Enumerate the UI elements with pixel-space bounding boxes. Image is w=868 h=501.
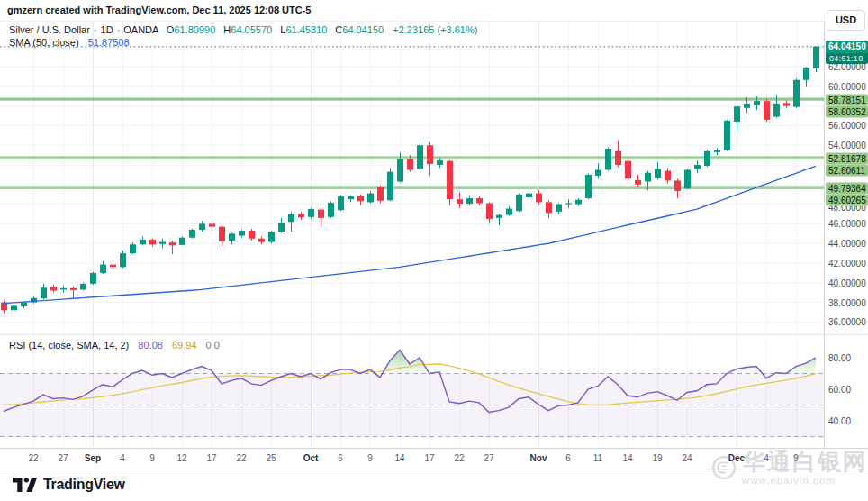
candle-body xyxy=(70,288,77,290)
candle-body xyxy=(486,204,493,219)
candle-body xyxy=(565,204,572,205)
time-axis-label: Dec xyxy=(728,453,745,463)
price-level-badge: 49.79364 xyxy=(826,183,868,195)
symbol-legend[interactable]: Silver / U.S. Dollar·1D·OANDA O61.80990 … xyxy=(9,24,477,35)
price-level-badge: 49.60265 xyxy=(826,195,868,206)
time-axis-label: 4 xyxy=(120,453,125,463)
close-value: 64.04150 xyxy=(342,24,384,35)
price-axis[interactable]: 64.04150 04:51:10 62.0000060.0000056.000… xyxy=(824,21,868,448)
candle-body xyxy=(793,80,800,107)
time-axis-label: 22 xyxy=(236,453,246,463)
candle-body xyxy=(783,103,790,105)
sma-legend[interactable]: SMA (50, close) 51.87508 xyxy=(9,37,130,48)
price-axis-label: 36.00000 xyxy=(828,317,866,327)
time-axis-label: 17 xyxy=(206,453,216,463)
candle-body xyxy=(278,223,285,232)
price-axis-label: 54.00000 xyxy=(828,141,866,150)
candle-body xyxy=(595,169,601,176)
candle-body xyxy=(427,145,433,164)
candle-body xyxy=(268,232,275,241)
candle-body xyxy=(288,214,294,223)
candle-body xyxy=(169,242,176,245)
candle-body xyxy=(298,214,304,218)
candle-body xyxy=(457,199,463,204)
candle-body xyxy=(357,196,364,201)
rsi-axis-label: 40.00 xyxy=(828,416,851,426)
candle-body xyxy=(734,106,740,122)
time-axis-label: 19 xyxy=(652,453,662,463)
price-axis-label: 60.00000 xyxy=(828,81,866,91)
candle-body xyxy=(130,244,136,253)
candle-body xyxy=(328,203,334,217)
candle-body xyxy=(803,68,809,80)
candle-body xyxy=(546,202,552,213)
candle-body xyxy=(407,159,413,169)
price-axis-label: 40.00000 xyxy=(828,278,866,287)
candle-body xyxy=(684,169,691,188)
time-axis-label: 14 xyxy=(622,453,632,463)
rsi-value: 80.08 xyxy=(138,340,163,351)
time-axis-label: Nov xyxy=(530,453,547,463)
candle-body xyxy=(704,151,710,166)
sma-value: 51.87508 xyxy=(88,37,130,48)
candle-body xyxy=(209,223,215,226)
high-value: 64.05570 xyxy=(231,24,272,35)
candle-body xyxy=(219,227,225,241)
candle-body xyxy=(764,101,770,120)
time-axis-label: 9 xyxy=(367,453,373,463)
candle-body xyxy=(526,194,532,197)
tradingview-logo[interactable]: TradingView xyxy=(13,477,125,493)
time-axis-label: 6 xyxy=(338,453,343,463)
currency-button[interactable]: USD xyxy=(827,10,865,31)
time-axis-label: Oct xyxy=(303,453,319,463)
candle-body xyxy=(665,171,671,181)
candle-body xyxy=(199,223,205,230)
candle-body xyxy=(655,169,661,178)
candle-body xyxy=(694,165,701,169)
candle-body xyxy=(387,172,393,201)
candle-body xyxy=(377,187,384,201)
low-value: 61.45310 xyxy=(285,24,327,35)
time-axis-label: 22 xyxy=(454,453,464,463)
candle-body xyxy=(754,101,760,105)
change-value: +2.23165 (+3.61%) xyxy=(393,24,477,35)
candle-body xyxy=(496,215,502,218)
tradingview-chart-page: { "attribution": "gmzern created with Tr… xyxy=(0,0,868,501)
time-axis-label: 11 xyxy=(593,453,602,463)
candle-body xyxy=(100,265,106,273)
price-level-badge: 58.60352 xyxy=(826,106,868,118)
rsi-legend[interactable]: RSI (14, close, SMA, 14, 2) 80.08 69.94 … xyxy=(9,340,220,351)
candle-body xyxy=(556,205,562,212)
last-price-value: 64.04150 xyxy=(826,41,868,53)
candle-body xyxy=(575,200,582,205)
candle-body xyxy=(308,209,314,217)
candle-body xyxy=(179,238,185,245)
price-axis-label: 46.00000 xyxy=(828,219,866,229)
time-axis-label: 22 xyxy=(28,453,38,463)
candle-body xyxy=(447,161,453,200)
pane-separator[interactable] xyxy=(0,334,868,335)
candle-body xyxy=(229,233,235,241)
time-axis-label: 12 xyxy=(176,453,186,463)
candle-body xyxy=(773,104,780,117)
candle-body xyxy=(397,159,403,181)
candle-body xyxy=(50,287,57,290)
candle-body xyxy=(585,175,592,198)
rsi-label: RSI (14, close, SMA, 14, 2) xyxy=(9,340,129,351)
time-axis-label: 9 xyxy=(149,453,155,463)
candle-body xyxy=(635,180,641,185)
open-value: 61.80990 xyxy=(174,24,215,35)
candle-body xyxy=(11,305,17,310)
price-level-badge: 52.81678 xyxy=(826,153,868,165)
candle-body xyxy=(338,196,344,210)
candle-body xyxy=(437,160,443,165)
candle-body xyxy=(21,303,27,306)
candle-body xyxy=(90,273,96,284)
time-axis-label: 27 xyxy=(58,453,68,463)
candle-body xyxy=(249,231,255,239)
price-axis-label: 56.00000 xyxy=(828,121,866,131)
time-axis[interactable]: 2227Sep4912172225Oct6914172227Nov6111419… xyxy=(0,448,868,469)
rsi-zero-values: 0 0 xyxy=(206,340,220,351)
time-axis-label: 27 xyxy=(484,453,493,463)
chart-canvas[interactable] xyxy=(0,0,824,469)
